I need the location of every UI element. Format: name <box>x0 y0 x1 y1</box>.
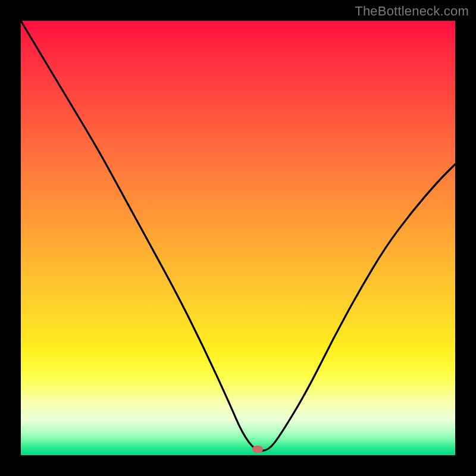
bottleneck-curve <box>21 21 455 455</box>
chart-frame: TheBottleneck.com <box>0 0 476 476</box>
watermark-text: TheBottleneck.com <box>355 4 469 19</box>
optimal-point-marker <box>252 446 263 453</box>
plot-area <box>21 21 455 455</box>
